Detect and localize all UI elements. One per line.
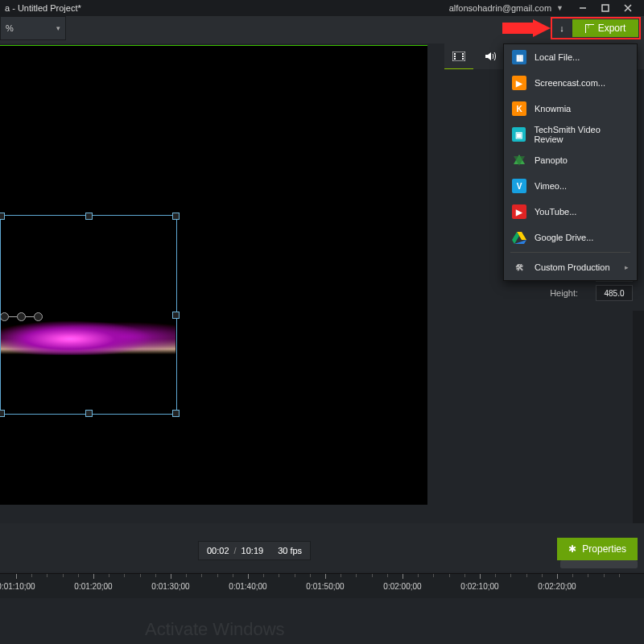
playhead-time-display: 00:02 / 10:19 30 fps	[198, 541, 311, 560]
export-menu-knowmia[interactable]: KKnowmia	[504, 96, 637, 122]
svg-rect-6	[462, 53, 464, 55]
total-time: 10:19	[242, 546, 264, 555]
svg-rect-0	[602, 5, 609, 11]
svg-marker-1	[502, 19, 551, 37]
project-title: a - Untitled Project*	[5, 3, 81, 13]
fps-display: 30 fps	[278, 546, 302, 555]
export-menu-google-drive[interactable]: Google Drive...	[504, 225, 637, 250]
export-menu-custom-production[interactable]: 🛠Custom Production▸	[504, 254, 637, 280]
svg-rect-4	[454, 56, 456, 57]
resize-handle-bottom-right[interactable]	[172, 410, 180, 417]
ruler-tick-label: 0:02:10;00	[460, 582, 498, 591]
annotation-arrow	[502, 19, 551, 37]
ruler-tick-label: 0:01:10;00	[0, 582, 35, 591]
height-value-input[interactable]: 485.0	[596, 285, 633, 301]
gdrive-icon	[512, 230, 526, 245]
ruler-tick-label: 0:02:00;00	[383, 582, 421, 591]
download-button[interactable]: ↓	[553, 19, 571, 37]
tools-icon: 🛠	[512, 260, 526, 275]
ruler-tick-label: 0:02:20;00	[538, 582, 576, 591]
resize-handle-top[interactable]	[85, 213, 93, 220]
height-label: Height:	[444, 288, 584, 298]
menu-separator	[510, 252, 630, 253]
ruler-tick-label: 0:01:20;00	[74, 582, 112, 591]
resize-handle-top-right[interactable]	[172, 213, 180, 220]
clip-selection-box[interactable]	[0, 215, 177, 415]
window-minimize-button[interactable]	[572, 0, 594, 16]
account-email[interactable]: alfonsohadrin@gmail.com	[449, 3, 551, 13]
export-menu-vimeo[interactable]: VVimeo...	[504, 173, 637, 199]
export-menu: ▦Local File... ▶Screencast.com... KKnowm…	[503, 43, 638, 281]
export-menu-techsmith[interactable]: ▣TechSmith Video Review	[504, 122, 637, 147]
ruler-tick-label: 0:01:40;00	[229, 582, 266, 591]
export-button[interactable]: Export	[572, 19, 638, 37]
tab-visual[interactable]	[444, 43, 473, 69]
timeline-ruler[interactable]: 0:01:10;000:01:20;000:01:30;000:01:40;00…	[0, 574, 644, 598]
export-menu-local-file[interactable]: ▦Local File...	[504, 44, 637, 70]
svg-rect-5	[454, 58, 456, 60]
film-icon: ▦	[512, 50, 526, 64]
resize-handle-top-left[interactable]	[0, 213, 5, 220]
svg-rect-3	[454, 53, 456, 55]
zoom-scrubber[interactable]	[560, 560, 638, 568]
window-close-button[interactable]	[617, 0, 639, 16]
svg-rect-7	[462, 56, 464, 57]
export-menu-youtube[interactable]: ▶YouTube...	[504, 199, 637, 225]
preview-canvas[interactable]	[0, 45, 427, 505]
svg-rect-8	[462, 58, 464, 60]
youtube-icon: ▶	[512, 204, 526, 219]
tab-audio[interactable]	[476, 43, 505, 69]
properties-button[interactable]: ✱ Properties	[557, 538, 638, 560]
account-caret-icon[interactable]: ▼	[556, 4, 564, 12]
knowmia-icon: K	[512, 101, 526, 116]
resize-handle-right[interactable]	[172, 312, 180, 319]
chevron-right-icon: ▸	[625, 263, 629, 271]
export-highlight-box: ↓ Export	[551, 17, 641, 39]
current-time: 00:02	[207, 546, 229, 555]
resize-handle-bottom[interactable]	[85, 410, 93, 417]
panopto-icon	[512, 153, 526, 167]
review-icon: ▣	[512, 127, 526, 142]
export-menu-panopto[interactable]: Panopto	[504, 147, 637, 173]
window-maximize-button[interactable]	[594, 0, 617, 16]
play-icon: ▶	[512, 76, 526, 90]
svg-marker-10	[514, 156, 525, 166]
share-icon	[585, 24, 594, 33]
canvas-zoom-select[interactable]: %	[0, 16, 66, 40]
gear-icon: ✱	[568, 543, 576, 555]
vimeo-icon: V	[512, 179, 526, 193]
ruler-tick-label: 0:01:30;00	[151, 582, 189, 591]
ruler-tick-label: 0:01:50;00	[306, 582, 344, 591]
export-menu-screencast[interactable]: ▶Screencast.com...	[504, 70, 637, 96]
resize-handle-bottom-left[interactable]	[0, 410, 5, 417]
windows-watermark: Activate Windows	[145, 619, 285, 640]
